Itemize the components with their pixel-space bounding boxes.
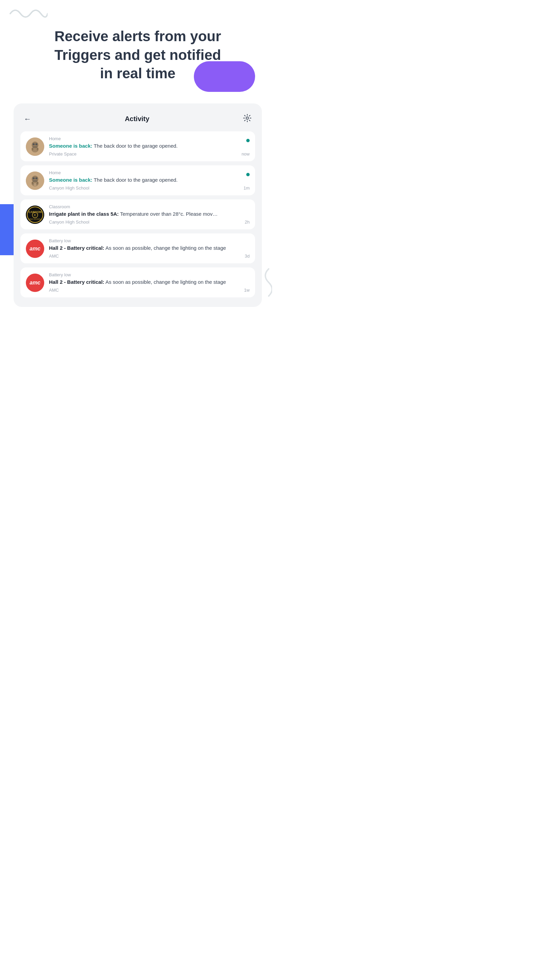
svg-point-3 xyxy=(33,143,35,145)
svg-point-4 xyxy=(35,143,37,145)
avatar: CANYON C HIGH SCHOOL xyxy=(26,205,44,224)
activity-screen-title: Activity xyxy=(125,115,149,123)
hero-section: Receive alerts from your Triggers and ge… xyxy=(0,0,275,97)
avatar: amc xyxy=(26,240,44,258)
item-category: Battery low xyxy=(49,272,250,277)
item-main: Battery low Hall 2 - Battery critical: A… xyxy=(49,238,250,259)
item-space: AMC xyxy=(49,253,59,259)
item-main: Classroom Irrigate plant in the class 5A… xyxy=(49,204,250,224)
settings-button[interactable] xyxy=(243,114,252,124)
item-space: Private Space xyxy=(49,151,76,156)
avatar: amc xyxy=(26,274,44,292)
svg-point-0 xyxy=(246,117,249,119)
item-category: Classroom xyxy=(49,204,250,209)
robot-avatar-icon xyxy=(26,137,44,156)
item-footer: Canyon High School 2h xyxy=(49,220,250,224)
avatar xyxy=(26,172,44,190)
svg-rect-15 xyxy=(32,182,33,185)
list-item[interactable]: amc Battery low Hall 2 - Battery critica… xyxy=(21,267,255,298)
list-item[interactable]: Home Someone is back: The back door to t… xyxy=(21,165,255,195)
svg-rect-16 xyxy=(37,182,38,185)
amc-avatar-text: amc xyxy=(30,280,40,286)
canyon-avatar-icon: CANYON C HIGH SCHOOL xyxy=(26,205,44,224)
item-time: 2h xyxy=(245,220,250,224)
item-footer: Private Space now xyxy=(49,151,250,156)
activity-list: Home Someone is back: The back door to t… xyxy=(21,131,255,300)
item-time: now xyxy=(241,151,250,156)
item-main: Battery low Hall 2 - Battery critical: A… xyxy=(49,272,250,293)
item-main: Home Someone is back: The back door to t… xyxy=(49,136,250,156)
list-item[interactable]: Home Someone is back: The back door to t… xyxy=(21,131,255,161)
svg-rect-7 xyxy=(32,148,33,150)
svg-point-19 xyxy=(36,183,37,185)
activity-card: ← Activity xyxy=(14,103,262,307)
item-time: 3d xyxy=(245,253,250,259)
item-category: Home xyxy=(49,170,178,175)
svg-rect-8 xyxy=(37,148,38,150)
list-item[interactable]: amc Battery low Hall 2 - Battery critica… xyxy=(21,234,255,263)
item-footer: Canyon High School 1m xyxy=(49,185,250,191)
svg-point-18 xyxy=(34,183,35,185)
svg-point-11 xyxy=(33,177,35,179)
unread-indicator xyxy=(246,173,250,176)
item-space: Canyon High School xyxy=(49,220,89,224)
item-main: Home Someone is back: The back door to t… xyxy=(49,170,250,191)
item-space: AMC xyxy=(49,288,59,293)
item-footer: AMC 1w xyxy=(49,288,250,293)
item-title: Someone is back: The back door to the ga… xyxy=(49,176,178,183)
item-space: Canyon High School xyxy=(49,185,89,191)
unread-indicator xyxy=(246,139,250,142)
amc-avatar-text: amc xyxy=(30,246,40,252)
item-title: Someone is back: The back door to the ga… xyxy=(49,142,178,150)
svg-text:HIGH SCHOOL: HIGH SCHOOL xyxy=(29,218,41,220)
hero-title: Receive alerts from your Triggers and ge… xyxy=(14,27,262,83)
list-item[interactable]: CANYON C HIGH SCHOOL Classroom Irrigate … xyxy=(21,199,255,229)
svg-text:C: C xyxy=(34,213,37,217)
item-title: Hall 2 - Battery critical: As soon as po… xyxy=(49,278,250,285)
item-time: 1w xyxy=(244,288,250,293)
back-button[interactable]: ← xyxy=(24,115,31,124)
svg-point-12 xyxy=(35,177,37,179)
item-category: Battery low xyxy=(49,238,250,243)
robot-avatar-icon xyxy=(26,172,44,190)
avatar xyxy=(26,137,44,156)
settings-icon xyxy=(243,114,252,123)
item-time: 1m xyxy=(243,185,250,191)
item-title: Hall 2 - Battery critical: As soon as po… xyxy=(49,244,250,251)
activity-header: ← Activity xyxy=(21,110,255,131)
item-category: Home xyxy=(49,136,178,141)
item-title: Irrigate plant in the class 5A: Temperat… xyxy=(49,210,250,218)
item-footer: AMC 3d xyxy=(49,253,250,259)
